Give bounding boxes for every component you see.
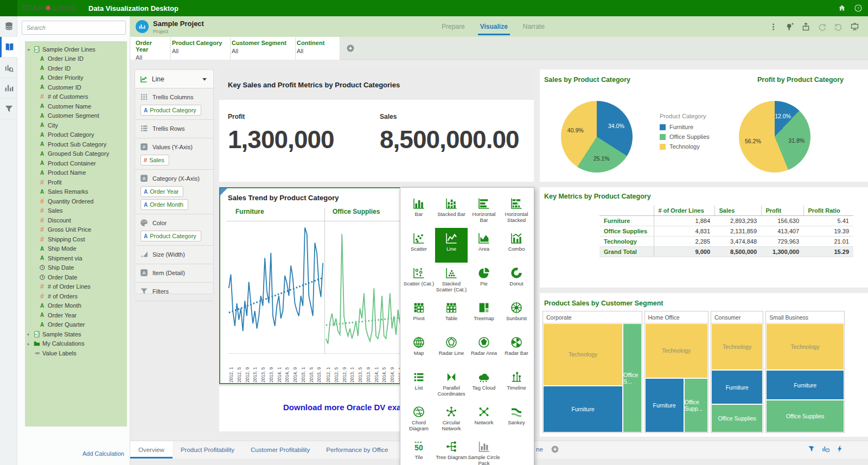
caret-down-icon[interactable] xyxy=(26,46,33,53)
chart-type-circular-network[interactable]: Circular Network xyxy=(435,402,468,436)
rail-item-database[interactable] xyxy=(0,16,17,37)
tree-field[interactable]: AOrder Month xyxy=(26,301,126,311)
chart-type-pivot[interactable]: Pivot xyxy=(403,297,435,332)
kebab-icon[interactable] xyxy=(769,22,778,31)
tree-field[interactable]: AOrder Quarter xyxy=(26,320,126,330)
tree-field[interactable]: ACustomer Segment xyxy=(26,111,126,121)
treemap-block[interactable]: Technology xyxy=(543,323,623,386)
home-icon[interactable] xyxy=(838,4,846,12)
mode-tab-visualize[interactable]: Visualize xyxy=(473,16,515,37)
canvas-tab-product-profitability[interactable]: Product Profitability xyxy=(173,441,242,458)
chart-type-horizontal-stacked[interactable]: Horizontal Stacked xyxy=(500,193,533,228)
chart-type-horizontal-bar[interactable]: Horizontal Bar xyxy=(468,193,500,228)
grammar-section-header[interactable]: Trellis Rows xyxy=(135,121,213,136)
share-icon[interactable] xyxy=(801,22,810,31)
grammar-pill[interactable]: AOrder Month xyxy=(141,199,188,210)
tree-field[interactable]: AOrder ID xyxy=(26,63,126,73)
canvas-tab-customer-profitability[interactable]: Customer Profitability xyxy=(242,441,318,458)
treemap-block[interactable]: Office S... xyxy=(623,323,641,432)
tree-root-value-labels[interactable]: Value Labels xyxy=(26,348,126,358)
chart-type-pie[interactable]: Pie xyxy=(468,263,500,297)
kpi-tile[interactable]: Key Sales and Profit Metrics by Product … xyxy=(219,69,534,182)
treemap-block[interactable]: Technology xyxy=(766,323,844,370)
grammar-section-header[interactable]: Filters xyxy=(135,284,213,298)
chart-type-timeline[interactable]: Timeline xyxy=(500,367,533,402)
chart-type-list[interactable]: List xyxy=(403,367,435,402)
tree-root-my-calculations[interactable]: My Calculations xyxy=(26,339,126,349)
line-chart-panel[interactable] xyxy=(228,221,324,354)
legend-item[interactable]: Furniture xyxy=(660,124,710,130)
chart-type-parallel-coordinates[interactable]: Parallel Coordinates xyxy=(435,367,468,402)
legend-item[interactable]: Technology xyxy=(660,143,710,150)
grammar-pill[interactable]: AProduct Category xyxy=(141,231,201,241)
tree-field[interactable]: #Discount xyxy=(26,215,126,225)
chart-type-table[interactable]: Table xyxy=(435,297,468,332)
filter-status-icon[interactable] xyxy=(807,444,816,453)
filter-chip-product-category[interactable]: Product CategoryAll xyxy=(171,37,231,60)
chart-type-scatter-cat-[interactable]: Scatter (Cat.) xyxy=(403,263,435,297)
treemap-block[interactable]: Office Supplies xyxy=(766,400,844,432)
table-header-cell[interactable]: # of Order Lines xyxy=(654,206,714,216)
pie-chart[interactable]: 34.0%25.1%40.9% xyxy=(561,101,633,173)
grammar-section-header[interactable]: AItem (Detail) xyxy=(135,265,213,280)
treemap-block[interactable]: Office Supp... xyxy=(684,378,708,433)
tree-field[interactable]: AOrder Line ID xyxy=(26,54,126,64)
filter-chip-order-year[interactable]: Order YearAll xyxy=(135,37,171,60)
table-header-cell[interactable]: Profit xyxy=(761,206,803,216)
tree-field[interactable]: AGrouped Sub Category xyxy=(26,149,126,159)
treemap-block[interactable]: Furniture xyxy=(543,386,623,432)
table-row[interactable]: Grand Total9,0008,500,0001,300,00015.29 xyxy=(599,247,853,257)
chart-type-tile[interactable]: 50Tile xyxy=(403,436,435,465)
grammar-section-header[interactable]: #Values (Y-Axis) xyxy=(135,139,213,154)
chart-type-sankey[interactable]: Sankey xyxy=(500,402,533,436)
metrics-table-tile[interactable]: Key Metrics by Product Category # of Ord… xyxy=(540,187,868,288)
rail-item-book[interactable] xyxy=(0,37,17,58)
chart-type-sample-circle-pack[interactable]: Sample Circle Pack xyxy=(468,436,500,465)
rail-item-funnel[interactable] xyxy=(0,99,17,119)
treemap-block[interactable]: Office Supplies xyxy=(711,404,763,432)
chart-type-combo[interactable]: Combo xyxy=(500,228,533,263)
treemap-tile[interactable]: Product Sales by Customer Segment Corpor… xyxy=(540,293,868,437)
tree-field[interactable]: AProduct Container xyxy=(26,158,126,168)
add-filter-icon[interactable] xyxy=(346,44,355,53)
grammar-section-header[interactable]: Color xyxy=(135,215,213,230)
rail-item-explore[interactable] xyxy=(0,58,17,78)
treemap-block[interactable]: Furniture xyxy=(711,370,763,404)
tree-field[interactable]: ## of Orders xyxy=(26,291,126,301)
search-input[interactable]: Search xyxy=(22,21,126,35)
caret-right-icon[interactable] xyxy=(26,331,33,337)
treemap-block[interactable]: Technology xyxy=(645,323,708,378)
chart-type-radar-bar[interactable]: Radar Bar xyxy=(500,332,533,367)
tree-field[interactable]: #Gross Unit Price xyxy=(26,225,126,235)
tree-field[interactable]: AOrder Priority xyxy=(26,73,126,83)
tree-field[interactable]: ## of Customers xyxy=(26,92,126,102)
rail-item-charts[interactable] xyxy=(0,78,17,99)
add-canvas-icon[interactable] xyxy=(551,445,559,454)
chart-type-line[interactable]: Line xyxy=(435,228,468,263)
tree-field[interactable]: AOrder Year xyxy=(26,310,126,320)
filter-chip-customer-segment[interactable]: Customer SegmentAll xyxy=(231,37,296,60)
chart-type-chord-diagram[interactable]: Chord Diagram xyxy=(403,402,435,436)
tree-field[interactable]: ACity xyxy=(26,120,126,130)
legend-item[interactable]: Office Supplies xyxy=(660,133,710,140)
mode-tab-prepare[interactable]: Prepare xyxy=(434,16,473,37)
pie-charts-tile[interactable]: Sales by Product Category34.0%25.1%40.9%… xyxy=(540,69,868,182)
canvas-tab-performance-by-office[interactable]: Performance by Office xyxy=(318,441,396,458)
grammar-pill[interactable]: AOrder Year xyxy=(141,186,183,197)
undo-icon[interactable] xyxy=(834,22,843,31)
chart-type-radar-area[interactable]: Radar Area xyxy=(468,332,500,367)
table-row[interactable]: Office Supplies4,8312,131,859413,40719.3… xyxy=(599,226,853,237)
tree-root-sample-order-lines[interactable]: xSample Order Lines xyxy=(26,44,126,54)
bulb-icon[interactable] xyxy=(785,22,794,31)
tree-field[interactable]: Ship Date xyxy=(26,263,126,273)
chart-type-selector[interactable]: Line xyxy=(135,70,213,88)
add-calculation-link[interactable]: Add Calculation xyxy=(82,450,124,457)
tree-field[interactable]: ACustomer ID xyxy=(26,82,126,92)
table-header-cell[interactable]: Sales xyxy=(714,206,761,216)
tree-root-sample-states[interactable]: xSample States xyxy=(26,329,126,339)
treemap-block[interactable]: Technology xyxy=(711,323,763,370)
chart-type-tag-cloud[interactable]: Tag Cloud xyxy=(468,367,500,402)
tree-field[interactable]: ACustomer Name xyxy=(26,101,126,111)
tree-field[interactable]: AShip Mode xyxy=(26,244,126,254)
present-icon[interactable] xyxy=(850,22,859,31)
